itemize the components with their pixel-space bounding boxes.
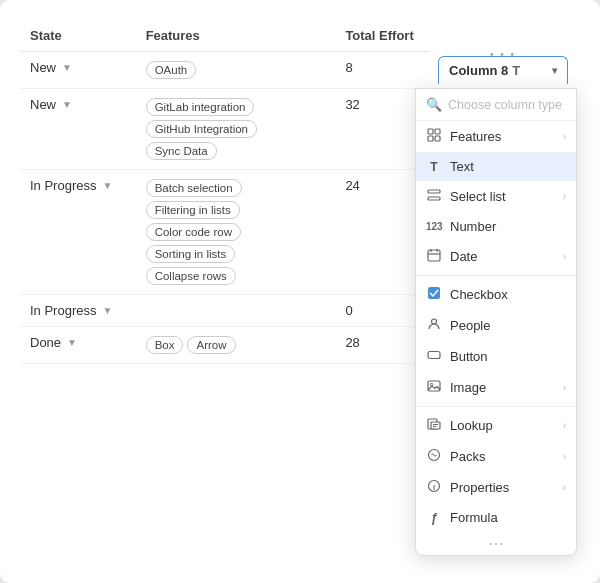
svg-rect-10 (428, 287, 440, 299)
people-icon (426, 317, 442, 334)
state-dropdown-arrow[interactable]: ▼ (102, 305, 112, 316)
menu-item-text[interactable]: T Text (416, 152, 576, 181)
menu-item-lookup[interactable]: Lookup › (416, 410, 576, 441)
column8-header[interactable]: • • • Column 8 T ▾ (438, 56, 568, 84)
state-label: Done (30, 335, 61, 350)
divider (416, 275, 576, 276)
menu-item-select-list[interactable]: Select list › (416, 181, 576, 212)
state-dropdown-arrow[interactable]: ▼ (62, 62, 72, 73)
tags-container: Box Arrow (146, 335, 326, 355)
svg-rect-13 (428, 381, 440, 391)
svg-rect-12 (428, 352, 440, 359)
formula-label: Formula (450, 510, 566, 525)
state-cell: Done ▼ (20, 327, 136, 364)
tag: Batch selection (146, 179, 242, 197)
number-label: Number (450, 219, 566, 234)
column-type-dropdown: 🔍 Choose column type Features › T Text S… (415, 88, 577, 556)
tag: Filtering in lists (146, 201, 240, 219)
features-cell (136, 295, 336, 327)
features-icon (426, 128, 442, 145)
menu-item-date[interactable]: Date › (416, 241, 576, 272)
menu-item-number[interactable]: 123 Number (416, 212, 576, 241)
state-dropdown-arrow[interactable]: ▼ (102, 180, 112, 191)
menu-item-features[interactable]: Features › (416, 121, 576, 152)
image-label: Image (450, 380, 555, 395)
tags-container: Batch selection Filtering in lists Color… (146, 178, 326, 286)
tag: Box (146, 336, 184, 354)
svg-point-11 (432, 319, 437, 324)
number-icon: 123 (426, 221, 442, 232)
menu-item-checkbox[interactable]: Checkbox (416, 279, 576, 310)
table-row: New ▼ GitLab integration GitHub Integrat… (20, 89, 430, 170)
properties-icon: i (426, 479, 442, 496)
image-icon (426, 379, 442, 396)
tag: GitLab integration (146, 98, 255, 116)
features-chevron-icon: › (563, 131, 566, 142)
scroll-indicator: ⋯ (416, 532, 576, 555)
main-table: State Features Total Effort New ▼ (20, 20, 430, 364)
svg-rect-6 (428, 250, 440, 261)
date-label: Date (450, 249, 555, 264)
people-label: People (450, 318, 566, 333)
properties-chevron-icon: › (563, 482, 566, 493)
table-row: Done ▼ Box Arrow 28 (20, 327, 430, 364)
text-label: Text (450, 159, 566, 174)
state-label: In Progress (30, 303, 96, 318)
formula-icon: ƒ (426, 510, 442, 525)
image-chevron-icon: › (563, 382, 566, 393)
features-cell: Box Arrow (136, 327, 336, 364)
state-cell: In Progress ▼ (20, 170, 136, 295)
features-cell: GitLab integration GitHub Integration Sy… (136, 89, 336, 170)
state-cell: New ▼ (20, 52, 136, 89)
date-chevron-icon: › (563, 251, 566, 262)
column8-type-icon: T (512, 63, 520, 78)
packs-chevron-icon: › (563, 451, 566, 462)
lookup-icon (426, 417, 442, 434)
column8-caret-icon[interactable]: ▾ (552, 65, 557, 76)
lookup-chevron-icon: › (563, 420, 566, 431)
drag-dots: • • • (490, 49, 516, 60)
svg-rect-4 (428, 190, 440, 193)
button-icon (426, 348, 442, 365)
tag: OAuth (146, 61, 197, 79)
svg-rect-16 (431, 422, 440, 429)
lookup-label: Lookup (450, 418, 555, 433)
tag: GitHub Integration (146, 120, 257, 138)
tags-container: OAuth (146, 60, 326, 80)
checkbox-label: Checkbox (450, 287, 566, 302)
state-label: New (30, 97, 56, 112)
state-dropdown-arrow[interactable]: ▼ (62, 99, 72, 110)
svg-rect-3 (435, 136, 440, 141)
effort-cell: 8 (335, 52, 430, 89)
state-cell: In Progress ▼ (20, 295, 136, 327)
tags-container: GitLab integration GitHub Integration Sy… (146, 97, 326, 161)
svg-point-14 (430, 383, 432, 385)
search-placeholder: Choose column type (448, 98, 562, 112)
column8-label: Column 8 (449, 63, 508, 78)
menu-item-people[interactable]: People (416, 310, 576, 341)
state-dropdown-arrow[interactable]: ▼ (67, 337, 77, 348)
col-header-state: State (20, 20, 136, 52)
features-label: Features (450, 129, 555, 144)
properties-label: Properties (450, 480, 555, 495)
tag: Color code row (146, 223, 241, 241)
tag: Collapse rows (146, 267, 236, 285)
state-cell: New ▼ (20, 89, 136, 170)
tag: Arrow (187, 336, 235, 354)
table-row: New ▼ OAuth 8 (20, 52, 430, 89)
svg-rect-2 (428, 136, 433, 141)
menu-item-button[interactable]: Button (416, 341, 576, 372)
col-header-effort: Total Effort (335, 20, 430, 52)
features-cell: Batch selection Filtering in lists Color… (136, 170, 336, 295)
col-header-features: Features (136, 20, 336, 52)
state-label: New (30, 60, 56, 75)
button-label: Button (450, 349, 566, 364)
main-container: State Features Total Effort New ▼ (0, 0, 600, 583)
text-icon: T (426, 160, 442, 174)
table-row: In Progress ▼ Batch selection Filtering … (20, 170, 430, 295)
menu-item-properties[interactable]: i Properties › (416, 472, 576, 503)
menu-item-formula[interactable]: ƒ Formula (416, 503, 576, 532)
menu-item-packs[interactable]: Packs › (416, 441, 576, 472)
select-list-icon (426, 188, 442, 205)
menu-item-image[interactable]: Image › (416, 372, 576, 403)
